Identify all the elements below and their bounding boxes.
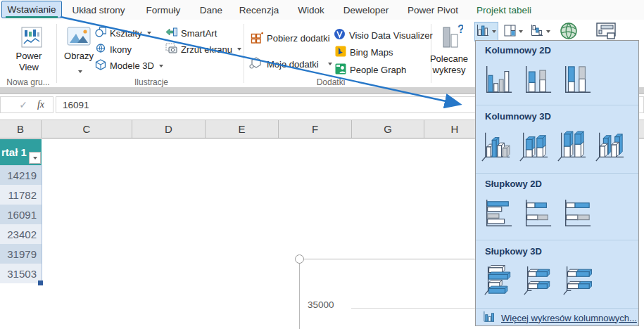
chart-type-stacked-column[interactable] (520, 62, 554, 98)
pictures-button[interactable]: Obrazy (63, 51, 94, 61)
recommended-charts-button[interactable]: Polecane (425, 53, 473, 64)
table-cell[interactable]: 14219 (0, 165, 42, 185)
icons-button[interactable]: Ikony (95, 43, 132, 56)
formula-bar-value: 16091 (63, 100, 89, 110)
insert-hierarchy-chart-icon (504, 25, 516, 39)
table-cell[interactable]: 23402 (0, 224, 42, 244)
menu-separator (476, 173, 638, 174)
people-graph-label: People Graph (350, 65, 406, 75)
visio-data-visualizer-button[interactable]: Visio Data Visualizer (334, 28, 433, 42)
visio-label: Visio Data Visualizer (349, 30, 433, 41)
my-addins-button[interactable]: Moje dodatki (249, 56, 332, 72)
chart-border-left (299, 259, 300, 329)
smartart-icon (165, 27, 177, 39)
section-title-column-2d: Kolumnowy 2D (485, 45, 551, 56)
menu-separator (476, 308, 638, 309)
filter-arrow-icon (33, 157, 37, 160)
table-column: 142191178216091234023197931503 (0, 165, 42, 283)
chart-type-stacked-bar-100[interactable] (560, 195, 593, 232)
filter-button[interactable] (29, 152, 41, 164)
chart-axis-max-label: 35000 (308, 299, 334, 310)
chart-border-top (299, 259, 475, 259)
shapes-button[interactable]: Kształty (95, 27, 151, 39)
table-cell[interactable]: 31503 (0, 264, 42, 283)
chevron-down-icon (237, 48, 241, 51)
screenshot-button[interactable]: Zrzut ekranu (165, 43, 241, 56)
chart-type-clustered-bar[interactable] (481, 195, 514, 232)
column-header-E[interactable]: E (206, 120, 279, 138)
get-addins-button[interactable]: Pobierz dodatki (251, 31, 330, 46)
chart-type-clustered-column-3d[interactable] (479, 128, 512, 164)
people-graph-button[interactable]: People Graph (335, 63, 406, 77)
column-header-B[interactable]: B (0, 120, 42, 138)
chart-type-stacked-column-100[interactable] (560, 62, 593, 98)
icons-icon (95, 43, 106, 56)
insert-function-icon[interactable]: fx (37, 99, 44, 110)
tab-power-pivot[interactable]: Power Pivot (404, 0, 462, 20)
get-addins-icon (251, 31, 263, 46)
screenshot-label: Zrzut ekranu (181, 44, 232, 55)
bing-maps-label: Bing Maps (350, 47, 393, 58)
tab-dane[interactable]: Dane (196, 0, 227, 20)
column-header-F[interactable]: F (279, 120, 352, 138)
group-divider (244, 24, 244, 83)
column-header-G[interactable]: G (352, 120, 424, 138)
chart-type-stacked-column-3d[interactable] (517, 128, 550, 164)
chart-type-clustered-column[interactable] (481, 62, 514, 98)
power-view-icon (21, 27, 42, 51)
tab-widok[interactable]: Widok (293, 0, 329, 20)
insert-waterfall-chart-button[interactable] (528, 22, 553, 41)
recommended-charts-label-line2: wykresy (425, 65, 473, 75)
chart-type-stacked-column-100-3d[interactable] (555, 128, 588, 164)
smartart-label: SmartArt (181, 28, 217, 39)
enter-check-icon[interactable]: ✓ (19, 99, 27, 110)
chart-type-stacked-bar-3d[interactable] (520, 262, 554, 299)
more-column-charts-label: Więcej wykresów kolumnowych... (501, 313, 637, 323)
table-cell[interactable]: 16091 (0, 205, 42, 224)
get-addins-label: Pobierz dodatki (267, 33, 330, 44)
chevron-down-icon (546, 30, 550, 33)
tab-projekt-tabeli[interactable]: Projekt tabeli (476, 0, 532, 20)
shapes-label: Kształty (110, 28, 142, 39)
menu-separator (476, 105, 638, 105)
power-view-button[interactable]: Power (0, 51, 58, 61)
chart-type-dropdown: Kolumnowy 2D Kolumnowy 3D Słupkowy 2D Sł… (475, 40, 639, 326)
tab-formu-y[interactable]: Formuły (141, 0, 186, 20)
chart-type-stacked-bar[interactable] (520, 195, 554, 232)
chevron-down-icon (328, 63, 332, 65)
gallery-bar-2d (481, 195, 593, 232)
chart-resize-handle[interactable] (295, 254, 304, 264)
more-charts-icon (483, 311, 495, 325)
insert-hierarchy-chart-button[interactable] (501, 22, 525, 41)
section-title-bar-2d: Słupkowy 2D (485, 179, 542, 189)
tab-recenzja[interactable]: Recenzja (236, 0, 282, 20)
tab-deweloper[interactable]: Deweloper (339, 0, 393, 20)
chart-gridline (351, 308, 475, 309)
selection-fill-handle[interactable] (38, 280, 43, 285)
icons-label: Ikony (110, 44, 132, 55)
chart-type-column-3d[interactable] (593, 128, 626, 164)
more-column-charts-item[interactable]: Więcej wykresów kolumnowych... (476, 309, 638, 326)
tab-uk-ad-strony[interactable]: Układ strony (68, 0, 130, 20)
bing-maps-button[interactable]: Bing Maps (335, 46, 393, 59)
table-cell[interactable]: 11782 (0, 185, 42, 205)
insert-column-chart-button[interactable] (474, 22, 498, 41)
chevron-down-icon (77, 63, 82, 76)
svg-text:?: ? (457, 23, 463, 35)
column-header-D[interactable]: D (132, 120, 206, 138)
gallery-column-3d (479, 128, 626, 164)
column-header-C[interactable]: C (42, 120, 132, 138)
table-cell[interactable]: 31979 (0, 244, 42, 264)
menu-separator (476, 240, 638, 240)
formula-bar-buttons: ✓ fx (0, 96, 53, 113)
gallery-column-2d (481, 62, 593, 98)
chevron-down-icon (147, 32, 151, 34)
chart-type-clustered-bar-3d[interactable] (481, 262, 514, 299)
3d-models-icon (95, 59, 106, 72)
chart-type-stacked-bar-100-3d[interactable] (560, 262, 593, 299)
bing-maps-icon (335, 46, 346, 59)
tab-wstawianie[interactable]: Wstawianie (1, 1, 62, 18)
3d-models-button[interactable]: Modele 3D (95, 59, 163, 72)
smartart-button[interactable]: SmartArt (165, 27, 217, 39)
group-label-nowa-grupa: Nowa gru... (1, 77, 55, 87)
